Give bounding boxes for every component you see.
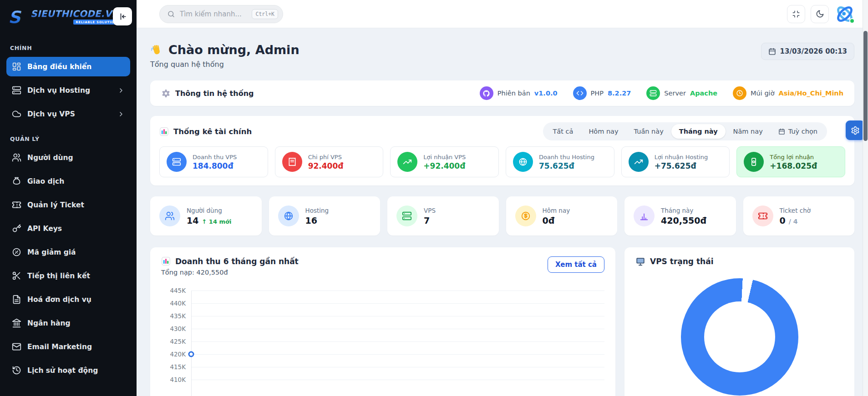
sidebar-item-api-keys[interactable]: API Keys: [6, 219, 130, 238]
sidebar-item-email-marketing[interactable]: Email Marketing: [6, 337, 130, 356]
timezone-badge: Múi giờ Asia/Ho_Chi_Minh: [733, 86, 843, 100]
sidebar-item-label: Tiếp thị liên kết: [27, 272, 90, 280]
sidebar-item-tickets[interactable]: Quản lý Ticket: [6, 195, 130, 215]
tickets-total-suffix: / 4: [789, 218, 798, 225]
sidebar-item-label: API Keys: [27, 225, 62, 233]
sidebar-item-banks[interactable]: Ngân hàng: [6, 313, 130, 333]
receipt-icon: [288, 157, 297, 166]
chart-emoji-icon: [159, 127, 169, 136]
globe-icon: [518, 157, 528, 166]
system-info-card: Thông tin hệ thống Phiên bản v1.0.0 PHP …: [150, 80, 854, 106]
key-icon: [12, 224, 21, 233]
sidebar-item-hosting-services[interactable]: Dịch vụ Hosting: [6, 80, 130, 100]
sidebar-item-discounts[interactable]: Mã giảm giá: [6, 242, 130, 262]
sidebar-item-activity-log[interactable]: Lịch sử hoạt động: [6, 361, 130, 380]
revenue-chart-subtitle: Tổng nạp: 420,550đ: [161, 269, 299, 276]
y-tick: 440K: [161, 300, 186, 307]
card-month-revenue: Tháng này 420,550đ: [624, 196, 736, 236]
coin-icon: [521, 211, 531, 221]
view-all-button[interactable]: Xem tất cả: [548, 256, 604, 273]
scrollbar-thumb[interactable]: [863, 31, 868, 141]
y-tick: 420K: [161, 351, 186, 358]
minimize-icon: [792, 10, 800, 18]
search-input[interactable]: [180, 10, 247, 18]
sidebar-item-invoices[interactable]: Hoá đơn dịch vụ: [6, 290, 130, 309]
y-tick: 435K: [161, 312, 186, 320]
filter-tab-this-week[interactable]: Tuần này: [626, 124, 671, 139]
global-search[interactable]: Ctrl+K: [159, 5, 283, 23]
card-vps-cost: Chi phí VPS 92.400đ: [275, 146, 384, 177]
revenue-line-chart: 445K 440K 435K 430K 425K 420K 415K 410K: [161, 284, 604, 386]
sidebar-item-label: Mã giảm giá: [27, 248, 76, 256]
sidebar-item-vps-services[interactable]: Dịch vụ VPS: [6, 104, 130, 124]
filter-tab-this-year[interactable]: Năm nay: [726, 124, 771, 139]
card-pending-tickets: Ticket chờ 0 / 4: [743, 196, 855, 236]
topbar-actions: [787, 4, 855, 25]
page-title: Chào mừng, Admin: [150, 43, 299, 57]
sidebar-collapse-button[interactable]: [113, 7, 132, 25]
finance-settings-button[interactable]: [846, 120, 865, 140]
sidebar-item-transactions[interactable]: Giao dịch: [6, 171, 130, 191]
card-vps-count: VPS 7: [387, 196, 499, 236]
sidebar-item-label: Lịch sử hoạt động: [27, 366, 98, 375]
app-root: S SIEUTHICODE.VN RELIABLE SOLUTION CHÍNH…: [0, 0, 868, 396]
sidebar-item-label: Bảng điều khiển: [27, 63, 91, 71]
datetime-badge: 13/03/2026 00:13: [761, 43, 854, 60]
online-status-dot: [849, 18, 855, 24]
revenue-chart-title: Doanh thu 6 tháng gần nhất: [161, 256, 299, 266]
nav-section-main: CHÍNH: [0, 45, 137, 51]
ticket-icon: [12, 200, 21, 210]
version-badge: Phiên bản v1.0.0: [480, 86, 558, 100]
trending-up-icon: [634, 157, 643, 166]
server-icon: [402, 211, 412, 221]
y-tick: 415K: [161, 363, 186, 371]
dashboard-icon: [12, 62, 21, 71]
sidebar-item-label: Ngân hàng: [27, 319, 71, 327]
email-icon: [12, 342, 21, 351]
affiliate-icon: [12, 271, 21, 281]
github-icon: [482, 90, 490, 97]
server-icon: [650, 90, 657, 97]
banknote-icon: [749, 157, 758, 166]
users-icon: [12, 153, 21, 162]
sidebar-item-dashboard[interactable]: Bảng điều khiển: [6, 57, 130, 76]
card-hosting-revenue: Doanh thu Hosting 75.625đ: [506, 146, 614, 177]
chart-y-axis: [191, 291, 192, 396]
card-users: Người dùng 14 ↑ 14 mới: [150, 196, 262, 236]
timezone-icon: [736, 90, 743, 97]
svg-text:S: S: [8, 7, 22, 26]
user-avatar[interactable]: [834, 4, 855, 25]
revenue-chart-panel: Doanh thu 6 tháng gần nhất Tổng nạp: 420…: [150, 247, 615, 396]
sidebar-item-label: Hoá đơn dịch vụ: [27, 296, 91, 304]
chart-data-point[interactable]: [188, 351, 194, 357]
nav-section-manage: QUẢN LÝ: [0, 135, 137, 142]
system-badges: Phiên bản v1.0.0 PHP 8.2.27 Server Apach…: [480, 86, 843, 100]
gear-emoji-icon: [161, 89, 171, 98]
filter-tab-this-month[interactable]: Tháng này: [671, 124, 726, 139]
php-icon: [576, 90, 584, 97]
vps-status-panel: VPS trạng thái: [624, 247, 854, 396]
finance-stats-panel: Thống kê tài chính Tất cả Hôm nay Tuần n…: [150, 116, 854, 185]
card-total-profit: Tổng lợi nhuận +168.025đ: [736, 146, 845, 177]
filter-tab-all[interactable]: Tất cả: [545, 124, 581, 139]
sidebar-item-label: Quản lý Ticket: [27, 201, 84, 209]
quick-stats-row: Người dùng 14 ↑ 14 mới Hosting 16 VPS 7: [150, 196, 854, 236]
fullscreen-button[interactable]: [787, 5, 805, 23]
sidebar-item-users[interactable]: Người dùng: [6, 148, 130, 167]
card-vps-revenue: Doanh thu VPS 184.800đ: [159, 146, 268, 177]
server-badge: Server Apache: [646, 86, 717, 100]
calendar-icon: [778, 128, 785, 135]
dark-mode-button[interactable]: [811, 5, 829, 23]
server-icon: [172, 157, 181, 166]
trending-up-icon: [403, 157, 412, 166]
calendar-icon: [768, 48, 776, 55]
y-tick: 445K: [161, 287, 186, 294]
scrollbar[interactable]: [863, 0, 868, 396]
logo-s-icon: S: [7, 7, 26, 26]
vps-status-donut-chart[interactable]: [681, 278, 798, 396]
filter-tab-custom[interactable]: Tuỳ chọn: [771, 124, 825, 139]
page-subtitle: Tổng quan hệ thống: [150, 60, 299, 69]
filter-tab-today[interactable]: Hôm nay: [581, 124, 626, 139]
panel-collapse-icon: [118, 12, 127, 21]
sidebar-item-affiliate[interactable]: Tiếp thị liên kết: [6, 266, 130, 286]
